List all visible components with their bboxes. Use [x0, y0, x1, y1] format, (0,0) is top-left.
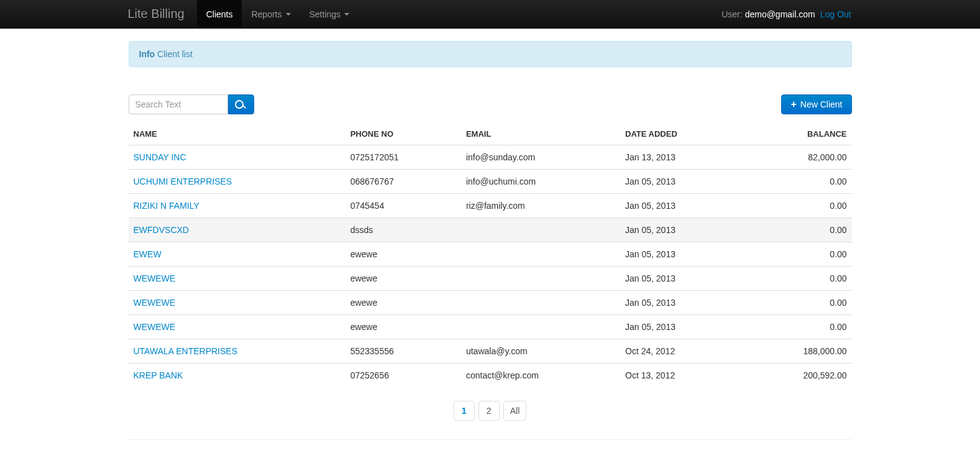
client-date: Oct 24, 2012	[620, 339, 751, 364]
page-all[interactable]: All	[503, 401, 527, 421]
table-row: SUNDAY INC0725172051info@sunday.comJan 1…	[129, 145, 852, 170]
client-email: riz@family.com	[461, 194, 620, 218]
client-balance: 0.00	[751, 315, 852, 339]
client-name-link[interactable]: SUNDAY INC	[134, 152, 186, 162]
clients-table: NAME PHONE NO EMAIL DATE ADDED BALANCE S…	[129, 123, 852, 387]
search-icon	[235, 100, 247, 109]
client-date: Jan 13, 2013	[620, 145, 751, 170]
client-name-link[interactable]: UCHUMI ENTERPRISES	[134, 176, 232, 186]
client-balance: 0.00	[751, 194, 852, 218]
client-date: Jan 05, 2013	[620, 170, 751, 194]
col-email: EMAIL	[461, 123, 620, 145]
client-email: info@sunday.com	[461, 145, 620, 170]
client-date: Jan 05, 2013	[620, 242, 751, 267]
client-phone: ewewe	[346, 315, 461, 339]
col-balance: BALANCE	[751, 123, 852, 145]
footer-separator	[129, 439, 852, 440]
alert-text: Client list	[157, 49, 193, 59]
search-input[interactable]	[129, 94, 228, 114]
nav-reports-label: Reports	[251, 9, 282, 19]
table-row: UCHUMI ENTERPRISES068676767info@uchumi.c…	[129, 170, 852, 194]
client-name-link[interactable]: RIZIKI N FAMILY	[134, 201, 199, 211]
main-nav: Clients Reports Settings	[197, 0, 359, 28]
new-client-label: New Client	[800, 99, 843, 109]
client-name-link[interactable]: WEWEWE	[134, 273, 176, 283]
table-row: KREP BANK07252656contact@krep.comOct 13,…	[129, 364, 852, 388]
client-date: Jan 05, 2013	[620, 267, 751, 291]
page-1[interactable]: 1	[454, 401, 475, 421]
client-date: Jan 05, 2013	[620, 291, 751, 315]
client-phone: ewewe	[346, 242, 461, 267]
client-balance: 200,592.00	[751, 364, 852, 388]
client-phone: 068676767	[346, 170, 461, 194]
alert-strong: Info	[139, 49, 155, 59]
nav-reports[interactable]: Reports	[242, 0, 300, 28]
top-navbar: Lite Billing Clients Reports Settings Us…	[0, 0, 980, 29]
table-row: RIZIKI N FAMILY0745454riz@family.comJan …	[129, 194, 852, 218]
client-name-link[interactable]: WEWEWE	[134, 322, 176, 332]
client-balance: 0.00	[751, 291, 852, 315]
client-name-link[interactable]: EWFDVSCXD	[134, 225, 189, 235]
client-phone: dssds	[346, 218, 461, 242]
user-label: User:	[721, 9, 742, 19]
client-email	[461, 291, 620, 315]
client-date: Jan 05, 2013	[620, 194, 751, 218]
client-balance: 0.00	[751, 242, 852, 267]
search-button[interactable]	[228, 94, 254, 114]
new-client-button[interactable]: + New Client	[781, 94, 851, 114]
main-container: Info Client list + New Client NAME PHONE…	[129, 29, 852, 440]
client-balance: 0.00	[751, 267, 852, 291]
client-phone: ewewe	[346, 267, 461, 291]
client-date: Oct 13, 2012	[620, 364, 751, 388]
client-date: Jan 05, 2013	[620, 315, 751, 339]
nav-clients[interactable]: Clients	[197, 0, 242, 28]
client-email: info@uchumi.com	[461, 170, 620, 194]
client-phone: 07252656	[346, 364, 461, 388]
client-phone: 0745454	[346, 194, 461, 218]
col-name: NAME	[129, 123, 346, 145]
table-row: WEWEWEeweweJan 05, 20130.00	[129, 267, 852, 291]
client-balance: 188,000.00	[751, 339, 852, 364]
table-row: EWFDVSCXDdssdsJan 05, 20130.00	[129, 218, 852, 242]
pagination: 12All	[129, 401, 852, 421]
client-name-link[interactable]: KREP BANK	[134, 370, 183, 380]
col-phone: PHONE NO	[346, 123, 461, 145]
table-row: EWEWeweweJan 05, 20130.00	[129, 242, 852, 267]
client-name-link[interactable]: WEWEWE	[134, 298, 176, 308]
nav-settings[interactable]: Settings	[300, 0, 359, 28]
client-email	[461, 315, 620, 339]
info-alert: Info Client list	[129, 41, 852, 67]
logout-link[interactable]: Log Out	[820, 9, 851, 19]
caret-down-icon	[344, 13, 349, 16]
nav-settings-label: Settings	[309, 9, 341, 19]
client-email	[461, 267, 620, 291]
plus-icon: +	[790, 99, 796, 109]
client-email: contact@krep.com	[461, 364, 620, 388]
client-phone: 552335556	[346, 339, 461, 364]
client-balance: 0.00	[751, 218, 852, 242]
table-header-row: NAME PHONE NO EMAIL DATE ADDED BALANCE	[129, 123, 852, 145]
page-2[interactable]: 2	[479, 401, 500, 421]
toolbar: + New Client	[129, 94, 852, 114]
client-balance: 82,000.00	[751, 145, 852, 170]
search-group	[129, 94, 254, 114]
client-name-link[interactable]: UTAWALA ENTERPRISES	[134, 346, 238, 356]
brand[interactable]: Lite Billing	[128, 7, 197, 21]
client-name-link[interactable]: EWEW	[134, 249, 162, 259]
client-email	[461, 242, 620, 267]
client-email: utawala@y.com	[461, 339, 620, 364]
navbar-user-area: User: demo@gmail.com Log Out	[721, 9, 851, 19]
client-email	[461, 218, 620, 242]
client-balance: 0.00	[751, 170, 852, 194]
client-phone: ewewe	[346, 291, 461, 315]
table-row: WEWEWEeweweJan 05, 20130.00	[129, 315, 852, 339]
client-phone: 0725172051	[346, 145, 461, 170]
col-date: DATE ADDED	[620, 123, 751, 145]
client-date: Jan 05, 2013	[620, 218, 751, 242]
user-email: demo@gmail.com	[745, 9, 815, 19]
table-row: WEWEWEeweweJan 05, 20130.00	[129, 291, 852, 315]
caret-down-icon	[286, 13, 291, 16]
table-row: UTAWALA ENTERPRISES552335556utawala@y.co…	[129, 339, 852, 364]
